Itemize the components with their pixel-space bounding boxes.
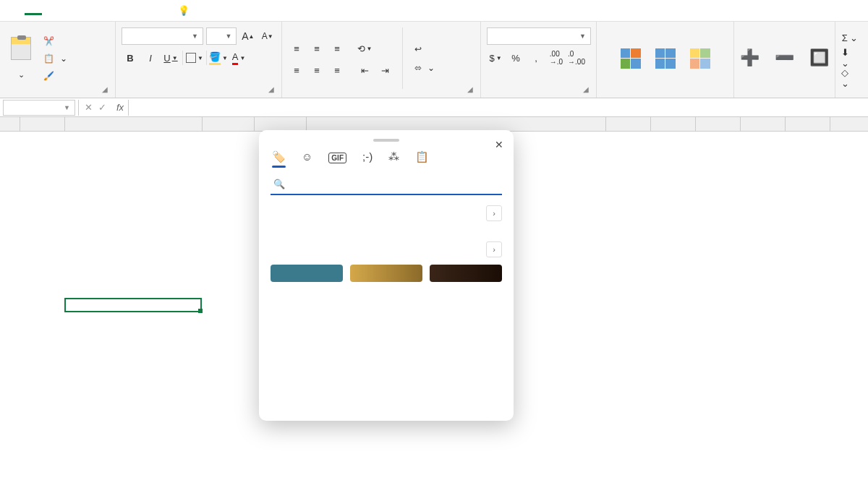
increase-indent-button[interactable]: ⇥ (376, 62, 393, 80)
col-header-g[interactable] (651, 117, 696, 131)
formula-input[interactable] (128, 100, 868, 116)
align-right-button[interactable]: ≡ (328, 62, 346, 80)
borders-button[interactable]: ▼ (186, 49, 203, 67)
copy-icon: 📋 (43, 53, 54, 64)
col-header-i[interactable] (741, 117, 786, 131)
font-color-icon: A (232, 51, 239, 65)
emoji-tab-kaomoji[interactable]: ;-) (362, 150, 373, 163)
autosum-button[interactable]: Σ ⌄ (841, 29, 859, 46)
gif-thumb-1[interactable] (271, 265, 343, 282)
font-size-combo[interactable]: ▼ (206, 27, 237, 45)
gif-more-button[interactable]: › (486, 241, 502, 257)
align-left-button[interactable]: ≡ (288, 62, 305, 80)
orientation-button[interactable]: ⟲▼ (356, 40, 373, 58)
underline-button[interactable]: U▼ (162, 49, 179, 67)
comma-button[interactable]: , (527, 49, 545, 67)
emoji-search-input[interactable] (292, 178, 499, 189)
styles-group-label (603, 92, 728, 95)
wrap-icon: ↩ (414, 44, 422, 54)
clear-button[interactable]: ◇ ⌄ (841, 69, 859, 87)
font-color-button[interactable]: A▼ (230, 49, 247, 67)
col-header-d[interactable] (255, 117, 307, 131)
wrap-text-button[interactable]: ↩ (412, 41, 438, 57)
italic-button[interactable]: I (142, 49, 159, 67)
percent-button[interactable]: % (507, 49, 524, 67)
number-launcher[interactable]: ◢ (583, 85, 589, 93)
emoji-tab-clipboard[interactable]: 📋 (415, 150, 429, 163)
col-header-h[interactable] (696, 117, 741, 131)
emoji-tab-recent[interactable]: 🏷️ (272, 150, 286, 163)
delete-cells-button[interactable]: ➖ (770, 25, 800, 92)
drag-handle[interactable] (373, 139, 399, 142)
tab-help[interactable] (146, 7, 163, 15)
currency-button[interactable]: $▼ (487, 49, 504, 67)
tab-home[interactable] (25, 7, 42, 15)
select-all-corner[interactable] (0, 117, 20, 131)
merge-center-button[interactable]: ⬄ ⌄ (412, 60, 438, 76)
tab-page-layout[interactable] (59, 7, 77, 15)
tab-insert[interactable] (42, 7, 59, 15)
align-top-button[interactable]: ≡ (288, 40, 305, 58)
fill-color-button[interactable]: 🪣▼ (210, 49, 227, 67)
font-launcher[interactable]: ◢ (268, 85, 274, 93)
increase-decimal-button[interactable]: .00→.0 (548, 49, 565, 67)
col-header-a[interactable] (20, 117, 65, 131)
col-header-e[interactable] (561, 117, 606, 131)
fx-icon[interactable]: fx (112, 102, 128, 113)
tell-me-search[interactable]: 💡 (178, 5, 194, 16)
align-middle-button[interactable]: ≡ (308, 40, 326, 58)
font-name-combo[interactable]: ▼ (122, 27, 203, 45)
name-box[interactable]: ▼ (3, 100, 75, 116)
number-format-combo[interactable]: ▼ (487, 27, 591, 45)
ribbon: ⌄ ✂️ 📋 ⌄ 🖌️ ◢ ▼ ▼ A▲ A▼ B I U▼ ▼ (0, 22, 868, 98)
emoji-more-button[interactable]: › (486, 205, 502, 221)
brush-icon: 🖌️ (43, 71, 54, 81)
tab-review[interactable] (111, 7, 129, 15)
col-header-f[interactable] (606, 117, 651, 131)
tab-file[interactable] (7, 7, 25, 15)
col-header-c[interactable] (203, 117, 255, 131)
align-center-button[interactable]: ≡ (308, 62, 326, 80)
decrease-decimal-button[interactable]: .0→.00 (568, 49, 585, 67)
col-header-j[interactable] (786, 117, 830, 131)
clipboard-launcher[interactable]: ◢ (102, 85, 108, 93)
decrease-indent-button[interactable]: ⇤ (356, 62, 373, 80)
align-bottom-button[interactable]: ≡ (328, 40, 346, 58)
cut-button[interactable]: ✂️ (41, 33, 70, 49)
emoji-tab-smileys[interactable]: ☺ (302, 150, 312, 163)
search-icon: 🔍 (273, 179, 285, 189)
borders-icon (186, 53, 196, 63)
col-header-b[interactable] (65, 117, 203, 131)
emoji-picker-panel: ✕ 🏷️ ☺ GIF ;-) ⁂ 📋 🔍 › › (259, 130, 514, 421)
gif-thumb-3[interactable] (430, 265, 502, 282)
increase-font-button[interactable]: A▲ (239, 27, 256, 45)
confirm-formula-button[interactable]: ✓ (98, 102, 106, 113)
fill-button[interactable]: ⬇ ⌄ (841, 49, 859, 67)
smiley-icon: ☺ (302, 150, 312, 163)
tab-formulas[interactable] (77, 7, 94, 15)
format-painter-button[interactable]: 🖌️ (41, 68, 70, 84)
sticker-icon: 🏷️ (272, 150, 286, 163)
cancel-formula-button[interactable]: ✕ (85, 102, 93, 113)
tab-view[interactable] (129, 7, 146, 15)
alignment-launcher[interactable]: ◢ (467, 85, 473, 93)
bold-button[interactable]: B (122, 49, 139, 67)
format-icon: 🔲 (809, 48, 829, 67)
delete-icon: ➖ (775, 48, 794, 67)
decrease-font-button[interactable]: A▼ (259, 27, 276, 45)
paste-button[interactable]: ⌄ (6, 25, 36, 92)
font-group-label: ◢ (122, 92, 276, 95)
emoji-tab-symbols[interactable]: ⁂ (388, 150, 399, 163)
close-button[interactable]: ✕ (495, 139, 503, 150)
gif-thumb-2[interactable] (350, 265, 422, 282)
emoji-tab-gif[interactable]: GIF (328, 150, 346, 163)
format-cells-button[interactable]: 🔲 (804, 25, 835, 92)
emoji-search[interactable]: 🔍 (271, 174, 502, 195)
cell-styles-button[interactable] (685, 25, 715, 92)
conditional-formatting-button[interactable] (616, 25, 646, 92)
format-as-table-button[interactable] (650, 25, 681, 92)
tab-data[interactable] (94, 7, 111, 15)
paste-icon (11, 37, 31, 60)
insert-cells-button[interactable]: ➕ (735, 25, 765, 92)
copy-button[interactable]: 📋 ⌄ (41, 51, 70, 67)
